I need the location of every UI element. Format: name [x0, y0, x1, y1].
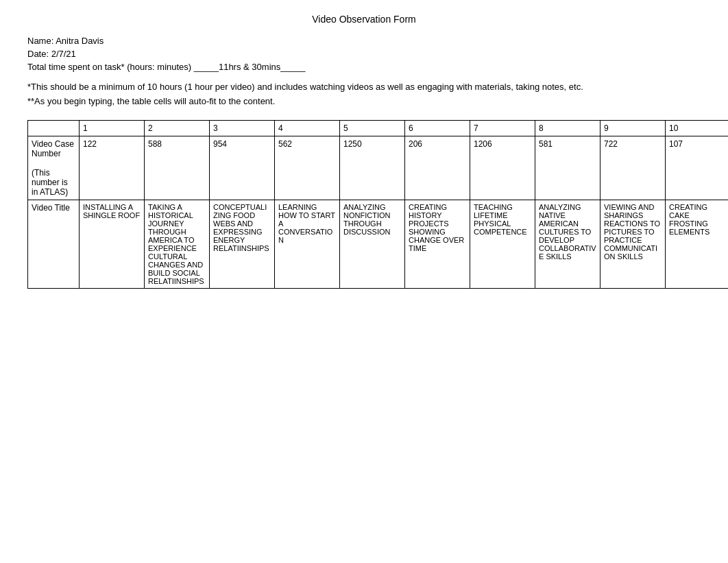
case-number-label: Video Case Number(This number is in ATLA… — [28, 136, 80, 200]
time-line: Total time spent on task* (hours: minute… — [27, 62, 701, 72]
video-title-label: Video Title — [28, 200, 80, 289]
video-title-7: TEACHING LIFETIME PHYSICAL COMPETENCE — [470, 200, 535, 289]
col-number-6: 6 — [405, 121, 470, 136]
case-num-4: 562 — [275, 136, 340, 200]
case-num-7: 1206 — [470, 136, 535, 200]
video-title-1: INSTALLING A SHINGLE ROOF — [80, 200, 145, 289]
case-num-1: 122 — [80, 136, 145, 200]
video-title-9: VIEWING AND SHARINGS REACTIONS TO PICTUR… — [600, 200, 666, 289]
case-num-8: 581 — [535, 136, 600, 200]
note2: **As you begin typing, the table cells w… — [27, 96, 701, 106]
video-title-3: CONCEPTUALIZING FOOD WEBS AND EXPRESSING… — [210, 200, 275, 289]
col-number-8: 8 — [535, 121, 600, 136]
col-number-9: 9 — [600, 121, 666, 136]
case-num-3: 954 — [210, 136, 275, 200]
case-num-9: 722 — [600, 136, 666, 200]
video-title-4: LEARNING HOW TO START A CONVERSATION — [275, 200, 340, 289]
case-num-2: 588 — [145, 136, 210, 200]
observation-table: 12345678910Video Case Number(This number… — [27, 120, 728, 289]
col-number-7: 7 — [470, 121, 535, 136]
name-line: Name: Anitra Davis — [27, 36, 701, 46]
case-num-5: 1250 — [340, 136, 405, 200]
video-title-8: ANALYZING NATIVE AMERICAN CULTURES TO DE… — [535, 200, 600, 289]
col-number-4: 4 — [275, 121, 340, 136]
col-number-3: 3 — [210, 121, 275, 136]
page-title: Video Observation Form — [27, 14, 701, 25]
col-number-1: 1 — [80, 121, 145, 136]
video-title-10: CREATING CAKE FROSTING ELEMENTS — [666, 200, 729, 289]
date-line: Date: 2/7/21 — [27, 49, 701, 59]
col-number-5: 5 — [340, 121, 405, 136]
video-title-5: ANALYZING NONFICTION THROUGH DISCUSSION — [340, 200, 405, 289]
col-number-10: 10 — [666, 121, 729, 136]
empty-header-cell — [28, 121, 80, 136]
video-title-6: CREATING HISTORY PROJECTS SHOWING CHANGE… — [405, 200, 470, 289]
video-title-2: TAKING A HISTORICAL JOURNEY THROUGH AMER… — [145, 200, 210, 289]
note1: *This should be a minimum of 10 hours (1… — [27, 82, 701, 92]
col-number-2: 2 — [145, 121, 210, 136]
case-num-10: 107 — [666, 136, 729, 200]
case-num-6: 206 — [405, 136, 470, 200]
